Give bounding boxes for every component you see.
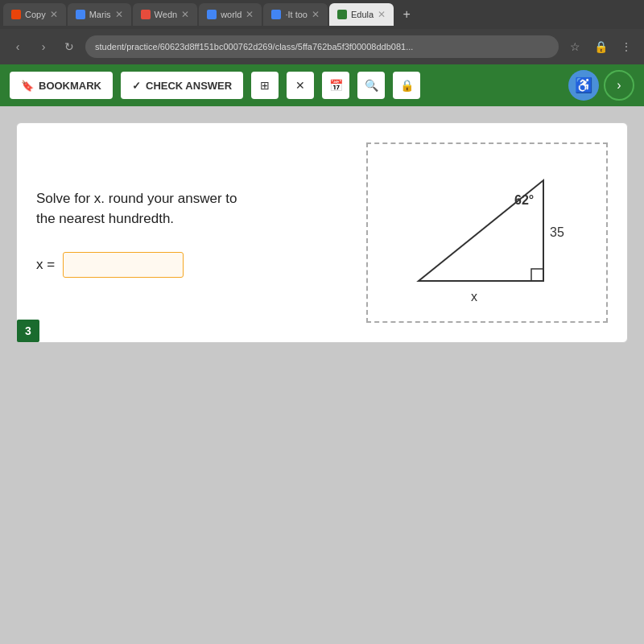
calendar-icon: 📅 [329,79,343,92]
tab-label-copy: Copy [25,10,46,19]
new-tab-button[interactable]: + [395,3,418,26]
tab-icon-maris [76,10,85,19]
go-button[interactable]: › [604,70,634,101]
tab-icon-edula [337,10,347,19]
tab-copy[interactable]: Copy ✕ [3,3,66,26]
answer-row: x = [36,252,350,278]
tab-close-world[interactable]: ✕ [246,9,254,20]
close-icon: ✕ [295,79,305,92]
tab-icon-copy [11,10,21,19]
check-answer-button[interactable]: ✓ CHECK ANSWER [121,72,243,99]
go-icon: › [617,78,621,93]
back-button[interactable]: ‹ [8,37,27,56]
tab-close-wedn[interactable]: ✕ [181,9,189,20]
accessibility-button[interactable]: ♿ [568,70,599,101]
answer-input[interactable] [63,252,184,278]
tab-label-wedn: Wedn [155,10,178,19]
side-35-label: 35 [550,225,564,239]
address-bar: ‹ › ↻ student/practice/60623d8ff151bc000… [0,29,644,64]
green-toolbar: 🔖 BOOKMARK ✓ CHECK ANSWER ⊞ ✕ 📅 🔍 🔒 ♿ › [0,64,644,106]
question-line1: Solve for x. round your answer to [36,191,237,206]
calendar-button[interactable]: 📅 [322,72,349,99]
tab-close-edula[interactable]: ✕ [378,9,386,20]
tab-icon-world [207,10,217,19]
check-answer-label: CHECK ANSWER [146,80,232,92]
search-button[interactable]: 🔍 [357,72,385,99]
reload-button[interactable]: ↻ [60,37,79,56]
question-number: 3 [17,320,39,342]
main-content: Solve for x. round your answer to the ne… [0,106,644,644]
settings-icon[interactable]: ⋮ [617,37,636,56]
forward-button[interactable]: › [34,37,53,56]
tab-maris[interactable]: Maris ✕ [68,3,131,26]
tab-ittoo[interactable]: ·It too ✕ [263,3,328,26]
tab-label-maris: Maris [89,10,111,19]
tab-icon-ittoo [271,10,281,19]
lock-button[interactable]: 🔒 [393,72,420,99]
lock-icon: 🔒 [400,79,414,92]
tab-label-world: world [221,10,242,19]
question-left: Solve for x. round your answer to the ne… [36,142,366,323]
question-text: Solve for x. round your answer to the ne… [36,188,350,229]
tab-label-edula: Edula [351,10,374,19]
bookmark-star[interactable]: ☆ [565,37,584,56]
bookmark-icon: 🔖 [21,80,34,92]
url-text: student/practice/60623d8ff151bc000762d26… [95,42,413,52]
triangle-svg: 62° 35 x [374,144,600,321]
tab-world[interactable]: world ✕ [199,3,262,26]
tab-edula[interactable]: Edula ✕ [329,3,394,26]
tab-bar: Copy ✕ Maris ✕ Wedn ✕ world ✕ ·It too ✕ … [0,0,644,29]
tab-icon-wedn [141,10,151,19]
question-line2: the nearest hundredth. [36,211,174,226]
tab-label-ittoo: ·It too [285,10,308,19]
grid-view-button[interactable]: ⊞ [251,72,279,99]
right-angle-marker [531,269,543,281]
extensions-icon[interactable]: 🔒 [591,37,610,56]
search-icon: 🔍 [365,79,378,92]
x-label: x [471,290,477,303]
tab-close-copy[interactable]: ✕ [50,9,58,20]
close-button[interactable]: ✕ [287,72,314,99]
browser-chrome: Copy ✕ Maris ✕ Wedn ✕ world ✕ ·It too ✕ … [0,0,644,64]
tab-wedn[interactable]: Wedn ✕ [133,3,198,26]
question-card: Solve for x. round your answer to the ne… [16,122,628,343]
triangle-diagram: 62° 35 x [366,142,608,323]
toolbar-right: ♿ › [568,70,634,101]
bookmark-button[interactable]: 🔖 BOOKMARK [10,72,113,99]
check-icon: ✓ [132,80,141,92]
angle-label: 62° [514,193,534,207]
tab-close-maris[interactable]: ✕ [115,9,123,20]
bookmark-label: BOOKMARK [39,80,101,92]
url-input[interactable]: student/practice/60623d8ff151bc000762d26… [85,35,559,58]
tab-close-ittoo[interactable]: ✕ [312,9,320,20]
grid-icon: ⊞ [260,79,270,92]
accessibility-icon: ♿ [575,76,592,94]
answer-label: x = [36,257,55,273]
